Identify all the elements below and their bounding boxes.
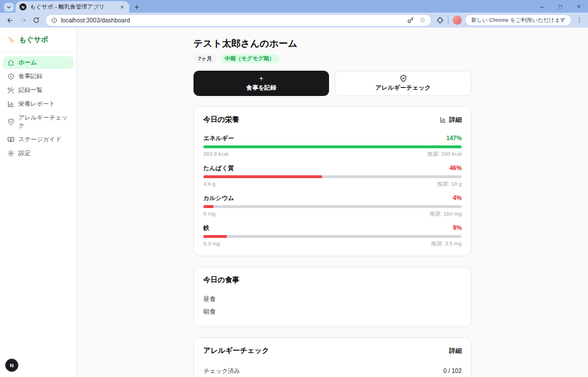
forward-button[interactable] <box>17 14 29 26</box>
progress-bar <box>203 235 462 238</box>
new-tab-button[interactable]: + <box>134 3 139 11</box>
main-area: テスト太郎さんのホーム 7ヶ月 中期（モグモグ期） + 食事を記録 アレルギーチ… <box>77 28 588 377</box>
nutrient-row-calcium: カルシウム 4% 6 mg 推奨: 150 mg <box>203 194 462 218</box>
back-arrow-icon <box>6 17 14 24</box>
checked-label: チェック済み <box>203 367 240 375</box>
nutrient-name: エネルギー <box>203 134 234 143</box>
address-bar[interactable]: localhost:3003/dashboard ☆ <box>46 15 431 26</box>
progress-fill <box>203 145 462 148</box>
sidebar-item-label: 栄養レポート <box>18 100 55 108</box>
details-label: 詳細 <box>449 116 462 124</box>
browser-menu-icon[interactable]: ⋮ <box>575 16 584 24</box>
record-meal-button[interactable]: + 食事を記録 <box>194 71 329 96</box>
browser-tab[interactable]: N もぐサポ - 離乳食管理アプリ × <box>16 1 129 13</box>
tab-search-button[interactable] <box>4 3 14 11</box>
progress-bar <box>203 175 462 178</box>
nutrient-name: たんぱく質 <box>203 164 234 172</box>
plus-icon: + <box>259 75 263 82</box>
nutrient-value: 6 mg <box>203 210 215 218</box>
checked-count: 0 / 102 <box>443 367 462 375</box>
sidebar-item-nutrition-report[interactable]: 栄養レポート <box>3 98 74 110</box>
close-button[interactable]: × <box>570 0 588 13</box>
progress-bar <box>203 145 462 148</box>
nutrition-card: 今日の栄養 詳細 エネルギー 147% <box>194 106 471 256</box>
nextjs-devtools-button[interactable]: N <box>5 359 18 372</box>
maximize-button[interactable]: □ <box>551 0 570 13</box>
browser-titlebar: N もぐサポ - 離乳食管理アプリ × + – □ × <box>0 0 588 13</box>
bar-chart-icon <box>7 101 14 107</box>
shield-check-icon <box>7 118 14 125</box>
reload-button[interactable] <box>30 14 42 26</box>
window-controls: – □ × <box>533 0 588 13</box>
sidebar-item-label: 設定 <box>18 149 30 157</box>
stage-badge: 中期（モグモグ期） <box>220 54 279 63</box>
details-label: 詳細 <box>449 347 462 355</box>
nutrient-recommended: 推奨: 150 mg <box>430 210 462 218</box>
sidebar-item-home[interactable]: ホーム <box>3 56 74 69</box>
app-page: もぐサポ ホーム 食事記録 記録一覧 栄養レポート アレルギーチェック <box>0 28 588 377</box>
minimize-button[interactable]: – <box>533 0 551 13</box>
profile-avatar[interactable] <box>452 16 462 25</box>
sidebar-item-stage-guide[interactable]: ステージガイド <box>3 133 74 146</box>
tab-close-icon[interactable]: × <box>119 3 125 10</box>
page-title: テスト太郎さんのホーム <box>194 38 471 50</box>
url-text[interactable]: localhost:3003/dashboard <box>61 17 404 24</box>
allergy-details-link[interactable]: 詳細 <box>449 347 462 355</box>
nutrient-recommended: 推奨: 3.5 mg <box>431 240 462 248</box>
home-icon <box>7 59 14 66</box>
sidebar-nav: ホーム 食事記録 記録一覧 栄養レポート アレルギーチェック ステージガイド <box>0 52 76 164</box>
badges-row: 7ヶ月 中期（モグモグ期） <box>194 54 471 63</box>
nutrient-row-energy: エネルギー 147% 293.9 kcal 推奨: 200 kcal <box>203 134 462 158</box>
nutrition-card-title: 今日の栄養 <box>203 115 239 125</box>
app-name: もぐサポ <box>19 35 48 45</box>
toolbar-right-cluster: 新しい Chrome をご利用いただけます ⋮ <box>435 15 584 25</box>
progress-fill <box>203 235 227 238</box>
nutrient-recommended: 推奨: 200 kcal <box>427 151 462 158</box>
chevron-down-icon <box>6 5 11 10</box>
allergy-check-button[interactable]: アレルギーチェック <box>335 71 471 96</box>
allergy-check-label: アレルギーチェック <box>376 84 431 92</box>
meal-item-breakfast[interactable]: 朝食 <box>203 307 462 316</box>
nutrient-recommended: 推奨: 10 g <box>437 180 462 188</box>
nutrient-value: 4.6 g <box>203 180 215 188</box>
bookmark-star-icon[interactable]: ☆ <box>419 17 425 24</box>
sidebar-item-settings[interactable]: 設定 <box>3 147 74 160</box>
chrome-update-button[interactable]: 新しい Chrome をご利用いただけます <box>466 15 571 25</box>
nutrient-row-protein: たんぱく質 46% 4.6 g 推奨: 10 g <box>203 164 462 188</box>
toolbar-separator <box>448 17 448 24</box>
password-key-icon[interactable] <box>407 17 415 24</box>
progress-fill <box>203 175 322 178</box>
nutrient-percent: 46% <box>450 164 462 172</box>
gear-icon <box>7 150 14 157</box>
nutrient-value: 293.9 kcal <box>203 151 228 158</box>
back-button[interactable] <box>4 14 16 26</box>
allergy-card: アレルギーチェック 詳細 チェック済み 0 / 102 <box>194 337 471 377</box>
extensions-puzzle-icon[interactable] <box>436 16 444 24</box>
age-badge: 7ヶ月 <box>194 54 217 63</box>
nutrition-details-link[interactable]: 詳細 <box>440 116 462 124</box>
sidebar-item-label: ステージガイド <box>18 136 61 144</box>
sidebar-item-meal-record[interactable]: 食事記録 <box>3 70 74 83</box>
nutrient-value: 0.3 mg <box>203 240 220 248</box>
meals-card-title: 今日の食事 <box>203 275 239 285</box>
sidebar-item-label: 食事記録 <box>18 72 42 80</box>
reload-icon <box>33 17 40 24</box>
open-book-icon <box>7 136 14 143</box>
nutrient-percent: 4% <box>453 194 462 202</box>
progress-bar <box>203 205 462 208</box>
tab-favicon: N <box>20 3 26 10</box>
sidebar-item-allergy-check[interactable]: アレルギーチェック <box>3 111 74 132</box>
bar-chart-icon <box>440 117 446 123</box>
nutrient-percent: 147% <box>446 134 462 143</box>
nutrient-name: 鉄 <box>203 224 210 232</box>
site-info-icon[interactable] <box>51 17 57 24</box>
sidebar: もぐサポ ホーム 食事記録 記録一覧 栄養レポート アレルギーチェック <box>0 28 77 377</box>
circle-dot-icon <box>7 73 14 80</box>
meal-item-lunch[interactable]: 昼食 <box>203 295 462 303</box>
baby-bottle-icon <box>7 36 16 44</box>
record-meal-label: 食事を記録 <box>246 84 277 92</box>
progress-fill <box>203 205 214 208</box>
browser-toolbar: localhost:3003/dashboard ☆ 新しい Chrome をご… <box>0 13 588 28</box>
sidebar-item-record-list[interactable]: 記録一覧 <box>3 84 74 97</box>
app-logo[interactable]: もぐサポ <box>0 28 76 52</box>
